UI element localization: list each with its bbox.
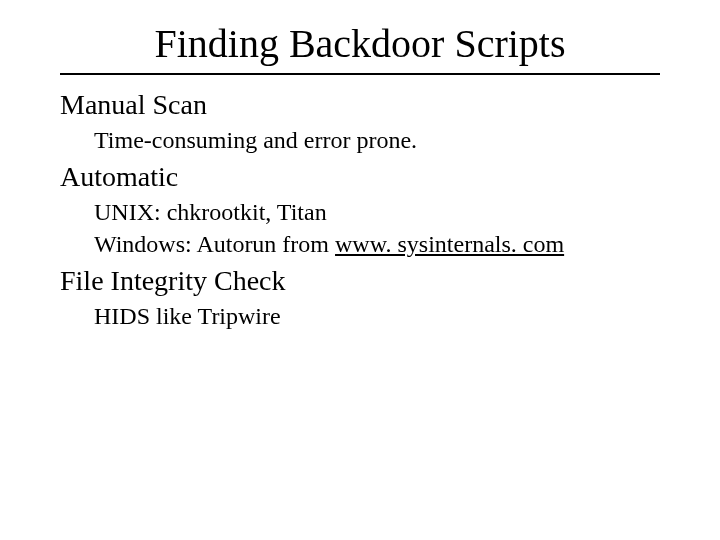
automatic-line-unix: UNIX: chkrootkit, Titan [94,197,670,227]
content-area: Manual Scan Time-consuming and error pro… [60,89,670,331]
slide: Finding Backdoor Scripts Manual Scan Tim… [0,20,720,540]
automatic-line-windows: Windows: Autorun from www. sysinternals.… [94,229,670,259]
heading-manual-scan: Manual Scan [60,89,670,121]
integrity-line: HIDS like Tripwire [94,301,670,331]
slide-title: Finding Backdoor Scripts [0,20,720,67]
heading-file-integrity: File Integrity Check [60,265,670,297]
title-divider [60,73,660,75]
automatic-windows-prefix: Windows: Autorun from [94,231,335,257]
sysinternals-link[interactable]: www. sysinternals. com [335,231,564,257]
manual-scan-line: Time-consuming and error prone. [94,125,670,155]
heading-automatic: Automatic [60,161,670,193]
